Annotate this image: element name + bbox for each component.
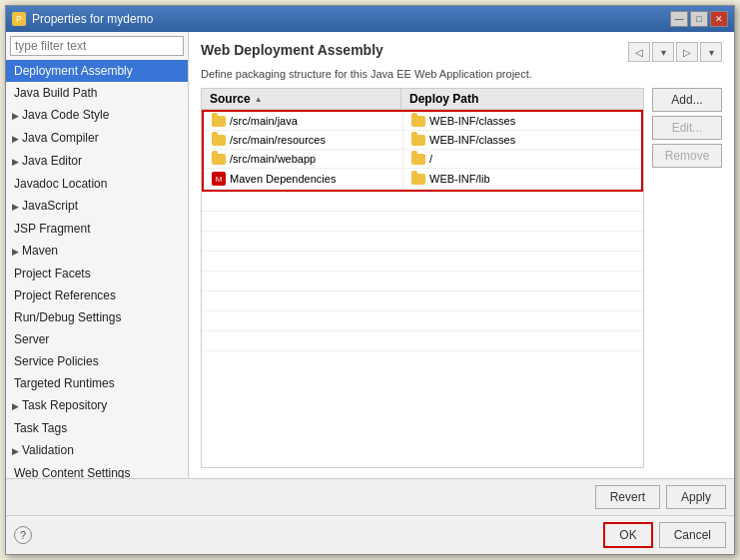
cell-source: /src/main/resources (204, 131, 403, 149)
maven-icon: M (212, 172, 226, 186)
table-row-empty (202, 331, 643, 351)
folder-icon (212, 154, 226, 165)
dialog-buttons: OK Cancel (603, 522, 726, 548)
cell-deploy: WEB-INF/classes (403, 131, 641, 149)
help-button[interactable]: ? (14, 526, 32, 544)
cell-source: MMaven Dependencies (204, 169, 403, 189)
expand-arrow-icon: ▶ (12, 243, 22, 261)
cell-source: /src/main/webapp (204, 150, 403, 168)
expand-arrow-icon: ▶ (12, 130, 22, 148)
table-container: Source ▲ Deploy Path /src/main/javaWEB-I… (201, 88, 644, 468)
sidebar-item-javascript[interactable]: ▶ JavaScript (6, 195, 188, 218)
folder-icon (411, 174, 425, 185)
revert-button[interactable]: Revert (595, 485, 660, 509)
source-text: Maven Dependencies (230, 173, 336, 185)
remove-button[interactable]: Remove (652, 144, 722, 168)
sidebar-item-maven[interactable]: ▶ Maven (6, 240, 188, 263)
sidebar-item-project-references[interactable]: Project References (6, 284, 188, 306)
expand-arrow-icon: ▶ (12, 153, 22, 171)
sidebar-item-java-code-style[interactable]: ▶ Java Code Style (6, 104, 188, 127)
dialog-bottom: ? OK Cancel (6, 515, 734, 554)
sidebar-item-java-compiler[interactable]: ▶ Java Compiler (6, 127, 188, 150)
sidebar-item-task-tags[interactable]: Task Tags (6, 417, 188, 439)
sidebar-item-run/debug-settings[interactable]: Run/Debug Settings (6, 306, 188, 328)
sidebar-item-deployment-assembly[interactable]: Deployment Assembly (6, 60, 188, 82)
title-bar-left: P Properties for mydemo (12, 12, 153, 26)
folder-icon (411, 116, 425, 127)
col-deploy-header: Deploy Path (401, 89, 643, 109)
table-header: Source ▲ Deploy Path (202, 89, 643, 110)
sidebar-item-jsp-fragment[interactable]: JSP Fragment (6, 218, 188, 240)
window-icon: P (12, 12, 26, 26)
sidebar-item-project-facets[interactable]: Project Facets (6, 263, 188, 284)
table-row-empty (202, 252, 643, 272)
sidebar-item-label: Java Code Style (22, 108, 109, 122)
source-text: /src/main/webapp (230, 153, 316, 165)
add-button[interactable]: Add... (652, 88, 722, 112)
deploy-text: WEB-INF/classes (429, 134, 515, 146)
source-text: /src/main/resources (230, 134, 326, 146)
table-row[interactable]: /src/main/resourcesWEB-INF/classes (204, 131, 641, 150)
folder-icon (212, 116, 226, 127)
back-down-button[interactable]: ▾ (652, 42, 674, 62)
sidebar-item-label: Maven (22, 244, 58, 258)
main-panel: Web Deployment Assembly ◁ ▾ ▷ ▾ Define p… (189, 32, 734, 478)
description: Define packaging structure for this Java… (201, 68, 722, 80)
sidebar-item-label: Targeted Runtimes (14, 376, 115, 390)
sidebar-item-label: Server (14, 332, 49, 346)
edit-button[interactable]: Edit... (652, 116, 722, 140)
folder-icon (411, 154, 425, 165)
close-button[interactable]: ✕ (710, 11, 728, 27)
table-row-empty (202, 192, 643, 212)
minimize-button[interactable]: — (670, 11, 688, 27)
sidebar-item-label: Web Content Settings (14, 466, 131, 478)
title-bar: P Properties for mydemo — □ ✕ (6, 6, 734, 32)
source-text: /src/main/java (230, 115, 298, 127)
table-row[interactable]: /src/main/javaWEB-INF/classes (204, 112, 641, 131)
sidebar-item-label: Service Policies (14, 354, 99, 368)
deploy-text: WEB-INF/lib (429, 173, 490, 185)
properties-dialog: P Properties for mydemo — □ ✕ Deployment… (5, 5, 735, 555)
sidebar-item-server[interactable]: Server (6, 328, 188, 350)
sidebar-item-label: Java Build Path (14, 86, 97, 100)
back-button[interactable]: ◁ (628, 42, 650, 62)
table-row-empty (202, 291, 643, 311)
sidebar-list: Deployment AssemblyJava Build Path▶ Java… (6, 60, 188, 478)
maximize-button[interactable]: □ (690, 11, 708, 27)
forward-down-button[interactable]: ▾ (700, 42, 722, 62)
sidebar-item-javadoc-location[interactable]: Javadoc Location (6, 173, 188, 195)
sidebar-item-label: Task Repository (22, 398, 107, 412)
sidebar-item-targeted-runtimes[interactable]: Targeted Runtimes (6, 372, 188, 394)
folder-icon (212, 135, 226, 146)
sidebar-item-web-content-settings[interactable]: Web Content Settings (6, 462, 188, 478)
expand-arrow-icon: ▶ (12, 397, 22, 415)
sidebar-item-label: Task Tags (14, 421, 67, 435)
cell-deploy: WEB-INF/classes (403, 112, 641, 130)
cell-deploy: / (403, 150, 641, 168)
apply-button[interactable]: Apply (666, 485, 726, 509)
sidebar-item-label: Deployment Assembly (14, 64, 133, 78)
table-row-empty (202, 232, 643, 252)
content-area: Deployment AssemblyJava Build Path▶ Java… (6, 32, 734, 478)
sidebar-item-label: Run/Debug Settings (14, 310, 121, 324)
sidebar-item-task-repository[interactable]: ▶ Task Repository (6, 394, 188, 417)
sidebar-item-service-policies[interactable]: Service Policies (6, 350, 188, 372)
sidebar-item-label: Project Facets (14, 267, 91, 280)
sidebar-item-label: JSP Fragment (14, 222, 90, 236)
table-row[interactable]: MMaven DependenciesWEB-INF/lib (204, 169, 641, 190)
cancel-button[interactable]: Cancel (659, 522, 726, 548)
sidebar-item-java-editor[interactable]: ▶ Java Editor (6, 150, 188, 173)
filter-input[interactable] (10, 36, 184, 56)
expand-arrow-icon: ▶ (12, 107, 22, 125)
apply-bar: Revert Apply (6, 478, 734, 515)
deploy-text: WEB-INF/classes (429, 115, 515, 127)
sidebar-item-java-build-path[interactable]: Java Build Path (6, 82, 188, 104)
table-row[interactable]: /src/main/webapp/ (204, 150, 641, 169)
table-row-empty (202, 272, 643, 291)
folder-icon (411, 135, 425, 146)
sidebar: Deployment AssemblyJava Build Path▶ Java… (6, 32, 189, 478)
ok-button[interactable]: OK (603, 522, 652, 548)
sidebar-item-validation[interactable]: ▶ Validation (6, 439, 188, 462)
sidebar-item-label: JavaScript (22, 199, 78, 213)
forward-button[interactable]: ▷ (676, 42, 698, 62)
